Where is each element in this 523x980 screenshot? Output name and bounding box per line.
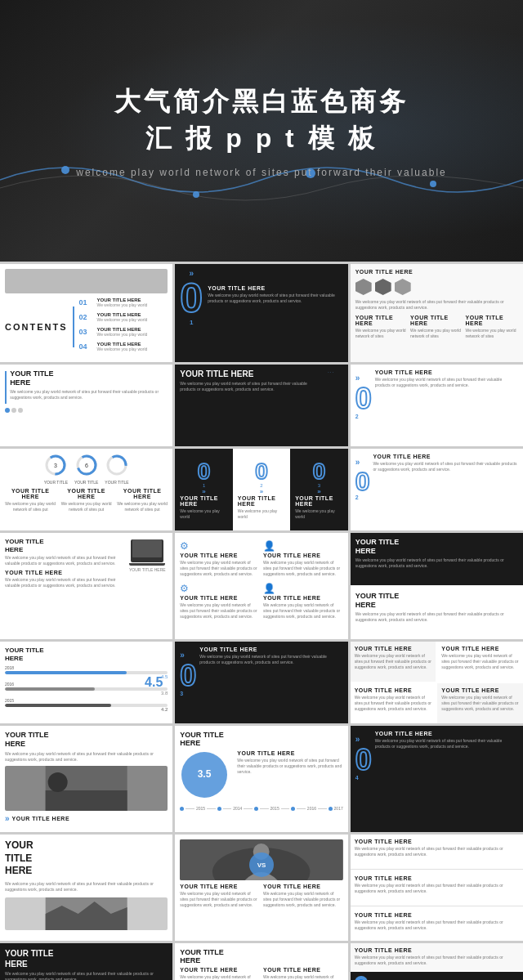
gear-icon-1: ⚙ xyxy=(180,540,189,552)
gear-item-1: ⚙ YOUR TITLE HERE We welcome you play wo… xyxy=(180,538,260,577)
slide-photo-title: YOUR TITLEHERE We welcome you play world… xyxy=(0,726,172,832)
big-num-4-5: 4.5 xyxy=(145,675,163,690)
contents-accent-bar xyxy=(73,307,74,347)
comp-box-1: YOUR TITLE HERE We welcome you play worl… xyxy=(351,943,523,970)
box-sm-4: YOUR TITLE HERE We welcome you play worl… xyxy=(437,683,523,723)
hero-wave xyxy=(0,147,523,213)
circle-label-3: YOUR TITLE xyxy=(105,480,128,485)
contents-item-4: 04 YOUR TITLE HERE We welcome you play w… xyxy=(79,342,168,351)
chevron-nbox-1: » xyxy=(202,488,205,495)
bar-val-2: 3.8 xyxy=(5,691,168,696)
bar-container-1: 2018 4.5 xyxy=(5,665,168,679)
photo-placeholder-1 xyxy=(5,766,168,811)
slide-bars: YOUR TITLEHERE 2018 4.5 2016 3.8 2015 xyxy=(0,642,172,723)
tl-year-5: 2017 xyxy=(334,806,343,811)
tl-dot-4 xyxy=(291,807,295,811)
slide-contents: CONTENTS 01 YOUR TITLE HERE We welcome y… xyxy=(0,264,172,362)
dark-big-desc: We welcome you play world network of sit… xyxy=(180,381,316,392)
svg-point-14 xyxy=(48,772,68,792)
contents-item-1: 01 YOUR TITLE HERE We welcome you play w… xyxy=(79,298,168,307)
big-your-title-text: YOURTITLEHERE xyxy=(5,839,168,878)
circles-row: 3 YOUR TITLE 6 YOUR TITLE xyxy=(5,454,168,485)
profile-col-2: YOUR TITLE HERE We welcome you play worl… xyxy=(410,315,463,339)
laptop-col: YOUR TITLE HERE xyxy=(127,538,168,588)
bar-val-1: 4.5 xyxy=(5,674,168,679)
vs-bottom-row: YOUR TITLE HERE We welcome you play worl… xyxy=(180,884,342,908)
circle-beside-text: YOUR TITLE HERE We welcome you play worl… xyxy=(237,750,342,775)
bar-label-1: 2018 xyxy=(5,665,168,670)
hero-slide: 大气简介黑白蓝色商务 汇 报 p p t 模 板 welcome play wo… xyxy=(0,0,523,262)
bar-container-3: 2015 4.2 xyxy=(5,698,168,712)
svg-text:3: 3 xyxy=(54,463,57,468)
progress-circle-svg-2: 6 xyxy=(75,454,98,477)
slide-laptop: YOUR TITLEHERE We welcome you play world… xyxy=(0,533,172,639)
slide-row-8: YOUR TITLEHERE We welcome you play world… xyxy=(0,943,523,980)
photo-bottom-row: » YOUR TITLE HERE xyxy=(5,814,168,823)
landscape-svg xyxy=(5,766,168,811)
tl-year-3: 2015 xyxy=(270,806,279,811)
two-boxes-col: YOUR TITLEHERE We welcome you play world… xyxy=(351,533,523,639)
contents-item-2: 02 YOUR TITLE HERE We welcome you play w… xyxy=(79,312,168,322)
profiles-title: YOUR TITLE HERE xyxy=(355,269,518,275)
circle-item-2: 6 YOUR TITLE xyxy=(74,454,98,485)
chevron-right-2: » xyxy=(355,458,360,467)
timeline-row: 2015 2014 2015 2016 2017 xyxy=(180,806,342,811)
blue-dot-1 xyxy=(5,408,10,413)
center-photo-text-2: YOUR TITLE HERE We welcome you play worl… xyxy=(263,967,343,980)
split-dark-title: YOUR TITLEHERE xyxy=(5,948,168,969)
hex-2 xyxy=(375,279,391,295)
hex-3 xyxy=(395,279,411,295)
slide-dark-title-big: YOUR TITLE HERE We welcome you play worl… xyxy=(175,365,347,446)
stacked-r-3: YOUR TITLE HERE We welcome you play worl… xyxy=(351,908,523,941)
user-circle-icon: 👤 xyxy=(355,976,368,980)
ci-num-1: 01 xyxy=(79,298,94,307)
box-sm-1: YOUR TITLE HERE We welcome you play worl… xyxy=(351,642,436,682)
dark-slide-title-1: YOUR TITLE HERE xyxy=(208,285,343,291)
profile-col-3: YOUR TITLE HERE We welcome you play worl… xyxy=(466,315,518,339)
profile-title-3: YOUR TITLE HERE xyxy=(466,315,518,326)
slide-four-small-boxes: YOUR TITLE HERE We welcome you play worl… xyxy=(351,642,523,723)
zero-right-title: YOUR TITLE HERE We welcome you play worl… xyxy=(373,454,518,472)
sub-title-c1: YOUR TITLE HERE We welcome you play worl… xyxy=(5,488,56,512)
profiles-sub-items: YOUR TITLE HERE We welcome you play worl… xyxy=(355,315,518,339)
slide-stacked-titles-right: YOUR TITLE HERE We welcome you play worl… xyxy=(351,835,523,941)
stacked-divider-1 xyxy=(351,869,523,870)
blue-bar-accent xyxy=(5,371,7,404)
tl-year-4: 2016 xyxy=(307,806,316,811)
center-photo-row: YOUR TITLE HERE We welcome you play worl… xyxy=(180,967,342,980)
big-blue-circle-container: 3.5 YOUR TITLE HERE We welcome you play … xyxy=(180,750,342,803)
slide-row-2: YOUR TITLEHERE We welcome you play world… xyxy=(0,365,523,446)
slide-two-title-boxes: YOUR TITLEHERE We welcome you play world… xyxy=(351,533,523,639)
tl-dot-2 xyxy=(217,807,221,811)
gear-item-3: ⚙ YOUR TITLE HERE We welcome you play wo… xyxy=(180,580,260,620)
svg-rect-13 xyxy=(46,790,127,811)
vs-label: VS xyxy=(257,861,266,869)
blue-dot-2 xyxy=(11,408,16,413)
title-box-light-1: YOUR TITLEHERE We welcome you play world… xyxy=(351,587,523,639)
user-icon-1: 👤 xyxy=(263,540,275,552)
comparison-col: YOUR TITLE HERE We welcome you play worl… xyxy=(351,943,523,980)
svg-point-1 xyxy=(193,191,199,198)
stacked-r-2: YOUR TITLE HERE We welcome you play worl… xyxy=(351,871,523,904)
svg-text:6: 6 xyxy=(85,463,88,468)
slide-zero-2: » 0 2 YOUR TITLE HERE We welcome you pla… xyxy=(351,365,523,446)
main-title-text: YOUR TITLEHERE xyxy=(10,369,168,387)
slide-zero-title: YOUR TITLE HERE We welcome you play worl… xyxy=(375,369,518,388)
tl-line-5 xyxy=(260,808,269,809)
dark-slide-body-1: We welcome you play world network of sit… xyxy=(208,293,343,304)
laptop-screen xyxy=(132,539,162,557)
slide-row-7: YOURTITLEHERE We welcome you play world … xyxy=(0,835,523,941)
box-sm-3: YOUR TITLE HERE We welcome you play worl… xyxy=(351,683,436,723)
four-boxes-grid: YOUR TITLE HERE We welcome you play worl… xyxy=(351,642,523,723)
vs-left-text: YOUR TITLE HERE We welcome you play worl… xyxy=(180,884,260,908)
main-title-desc: We welcome you play world network of sit… xyxy=(10,389,168,401)
stacked-r-1: YOUR TITLE HERE We welcome you play worl… xyxy=(351,835,523,867)
tl-line-4 xyxy=(244,808,253,809)
slide-center-photo: YOUR TITLEHERE YOUR TITLE HERE We welcom… xyxy=(175,943,347,980)
tl-line-8 xyxy=(318,808,327,809)
ci-num-3: 03 xyxy=(79,328,94,336)
hero-subtitle-en: welcome play world network of sites put … xyxy=(76,167,446,178)
slide-photo-vs: VS YOUR TITLE HERE We welcome you play w… xyxy=(175,835,347,941)
slide-three-nums: 0 1 » YOUR TITLE HERE We welcome you pla… xyxy=(175,449,347,530)
contents-item-3: 03 YOUR TITLE HERE We welcome you play w… xyxy=(79,327,168,337)
